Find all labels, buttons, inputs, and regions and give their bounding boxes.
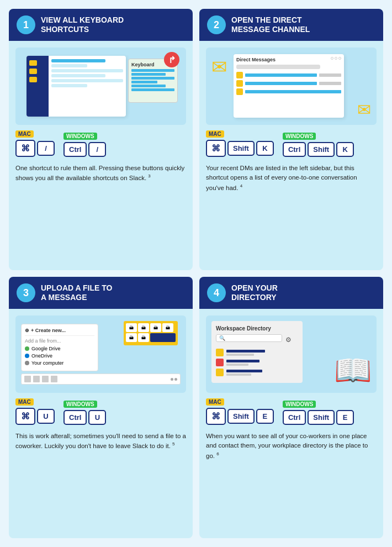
- dir-title: Workspace Directory: [216, 325, 298, 332]
- card-3-header: 3 UPLOAD A FILE TOA MESSAGE: [9, 277, 193, 309]
- card-4-description: When you want to see all of your co-work…: [206, 432, 377, 461]
- popup-line-6: [131, 88, 174, 91]
- dm-line-3: [245, 90, 341, 93]
- dir-avatar-1: [216, 349, 224, 356]
- win-shift-2: Shift: [308, 142, 335, 157]
- card-4: 4 OPEN YOURDIRECTORY Workspace Directory…: [199, 277, 383, 538]
- dm-search-bar: [236, 65, 320, 69]
- onedrive-label: OneDrive: [31, 353, 52, 359]
- win-e-4: E: [336, 410, 354, 425]
- card-1-footnote: 3: [148, 173, 150, 178]
- dir-search-row: 🔍 ⚙: [216, 334, 298, 345]
- dm-line-1: [245, 73, 317, 77]
- step-2-circle: 2: [207, 15, 226, 34]
- dir-avatar-3: [216, 369, 224, 376]
- toolbar-icon-4: [51, 376, 57, 382]
- dir-search: 🔍: [216, 334, 282, 342]
- windows-label-2: WINDOWS: [283, 133, 316, 140]
- card-4-body: Workspace Directory 🔍 ⚙: [199, 309, 383, 538]
- envelope-left-icon: ✉: [211, 56, 227, 78]
- dm-avatar-1: [236, 72, 243, 78]
- card-3: 3 UPLOAD A FILE TOA MESSAGE ⊕ + Create n…: [9, 277, 193, 538]
- card-1-illustration: Keyboard ↱: [15, 48, 186, 125]
- img-row-1: 🏔 🏔 🏔 🏔: [126, 323, 176, 332]
- card-1-body: Keyboard ↱ MAC ⌘ / WINDOWS: [9, 41, 193, 270]
- sidebar-item-1: [29, 60, 37, 66]
- img-wide: [150, 333, 176, 342]
- mac-keys-4: ⌘ Shift E: [206, 408, 274, 425]
- dm-row-2: [236, 80, 341, 87]
- mac-cmd-4: ⌘: [206, 408, 226, 425]
- file-source-onedrive: OneDrive: [25, 353, 94, 359]
- dm-row-1: [236, 72, 341, 78]
- mac-key-slash: /: [37, 141, 55, 156]
- dm-line-2: [245, 82, 317, 85]
- popup-line-4: [131, 81, 157, 83]
- windows-shortcut-1: WINDOWS Ctrl /: [63, 133, 106, 157]
- mac-keys-3: ⌘ U: [15, 408, 55, 425]
- popup-line-2: [131, 73, 166, 76]
- card-2-illustration: ✉ Direct Messages: [206, 48, 377, 125]
- dir-line-sub-2: [226, 364, 248, 366]
- envelope-right-icon: ✉: [357, 100, 371, 119]
- toolbar-icon-3: [42, 376, 49, 382]
- card-4-footnote: 6: [216, 451, 219, 456]
- mac-e-4: E: [256, 409, 274, 424]
- mac-shortcut-1: MAC ⌘ /: [15, 130, 55, 157]
- popup-line-5: [131, 85, 166, 87]
- win-key-ctrl: Ctrl: [63, 142, 87, 157]
- card-2-footnote: 4: [240, 183, 242, 188]
- card-4-header: 4 OPEN YOURDIRECTORY: [199, 277, 383, 309]
- card-1-description: One shortcut to rule them all. Pressing …: [15, 164, 186, 183]
- dir-line-name-3: [226, 370, 262, 372]
- window-sidebar: [27, 56, 49, 117]
- image-grid: 🏔 🏔 🏔 🏔 🏔 🏔: [124, 321, 178, 345]
- toolbar-dots: [171, 378, 177, 381]
- dir-lines-3: [226, 370, 262, 376]
- card-3-description: This is work afterall; sometimes you'll …: [15, 432, 186, 451]
- dot-1: [331, 57, 333, 60]
- dm-avatar-3: [236, 88, 243, 95]
- card-3-title: UPLOAD A FILE TOA MESSAGE: [41, 283, 112, 302]
- sidebar-item-2: [29, 69, 37, 74]
- dir-line-name-2: [226, 360, 259, 362]
- popup-line-3: [131, 77, 174, 80]
- dm-meta-1: [319, 73, 341, 77]
- computer-dot: [25, 361, 29, 365]
- mac-shift-4: Shift: [227, 409, 255, 424]
- search-icon: 🔍: [219, 335, 225, 341]
- file-create-label: + Create new...: [31, 328, 66, 333]
- mac-keys-2: ⌘ Shift K: [206, 140, 274, 157]
- dir-line-name-1: [226, 350, 265, 353]
- win-u-3: U: [88, 410, 106, 425]
- mac-label-2: MAC: [206, 130, 224, 138]
- dm-meta-2: [319, 82, 341, 85]
- dir-lines-2: [226, 360, 259, 366]
- file-source-drive: Google Drive: [25, 346, 94, 351]
- dm-avatar-2: [236, 80, 243, 87]
- file-create: ⊕ + Create new...: [25, 328, 94, 333]
- dm-window-dots: [331, 57, 341, 60]
- dm-title: Direct Messages: [236, 57, 341, 62]
- img-6: 🏔: [138, 333, 149, 342]
- mac-label-1: MAC: [15, 130, 34, 138]
- card-2-header: 2 OPEN THE DIRECTMESSAGE CHANNEL: [199, 9, 383, 41]
- dm-row-3: [236, 88, 341, 95]
- windows-shortcut-3: WINDOWS Ctrl U: [63, 401, 106, 425]
- popup-line-1: [131, 69, 174, 72]
- img-5: 🏔: [126, 333, 137, 342]
- win-shift-4: Shift: [308, 410, 335, 425]
- windows-label-3: WINDOWS: [63, 401, 97, 408]
- card-3-illustration: ⊕ + Create new... Add a file from... Goo…: [15, 315, 186, 393]
- card-2-body: ✉ Direct Messages: [199, 41, 383, 270]
- img-1: 🏔: [126, 323, 137, 332]
- content-line-4: [51, 74, 105, 77]
- book-icon: 📖: [334, 353, 372, 388]
- windows-keys-4: Ctrl Shift E: [283, 410, 354, 425]
- card-4-title: OPEN YOURDIRECTORY: [231, 283, 278, 302]
- card-4-shortcuts: MAC ⌘ Shift E WINDOWS Ctrl Shift E: [206, 398, 377, 425]
- mac-u-3: U: [37, 409, 55, 424]
- dir-row-1: [216, 349, 298, 356]
- img-4: 🏔: [162, 323, 173, 332]
- windows-keys-3: Ctrl U: [63, 410, 106, 425]
